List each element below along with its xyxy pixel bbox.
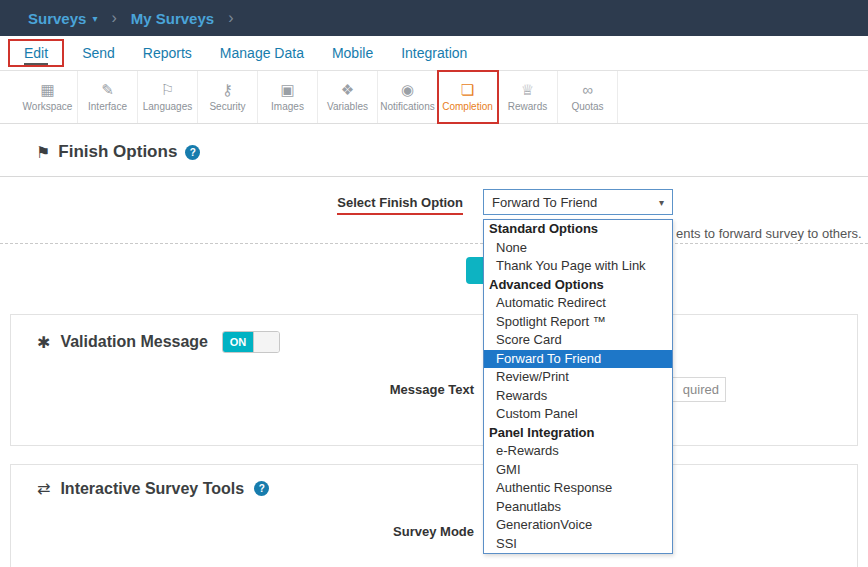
validation-message-panel: ✱ Validation Message ON Message Text qui… bbox=[10, 314, 858, 446]
toolbar-item-label: Images bbox=[271, 101, 304, 112]
completion-icon: ❏ bbox=[461, 82, 474, 98]
dropdown-item[interactable]: Spotlight Report ™ bbox=[484, 313, 672, 332]
rewards-icon: ♕ bbox=[521, 82, 534, 98]
dropdown-item[interactable]: Thank You Page with Link bbox=[484, 257, 672, 276]
toolbar-item-workspace[interactable]: ▦ Workspace bbox=[18, 71, 78, 123]
toolbar-item-interface[interactable]: ✎ Interface bbox=[78, 71, 138, 123]
dropdown-item[interactable]: Review/Print bbox=[484, 368, 672, 387]
toolbar-item-label: Rewards bbox=[508, 101, 547, 112]
dropdown-group-header: Standard Options bbox=[484, 220, 672, 239]
tab-send[interactable]: Send bbox=[68, 41, 129, 65]
asterisk-icon: ✱ bbox=[37, 333, 50, 352]
caret-down-icon: ▾ bbox=[92, 13, 97, 24]
dropdown-item[interactable]: Peanutlabs bbox=[484, 498, 672, 517]
toolbar-item-variables[interactable]: ❖ Variables bbox=[318, 71, 378, 123]
survey-mode-row: Survey Mode bbox=[11, 524, 857, 539]
variables-icon: ❖ bbox=[341, 82, 354, 98]
dropdown-item[interactable]: SSI bbox=[484, 535, 672, 554]
breadcrumb-chevron-icon: › bbox=[228, 9, 233, 27]
toolbar-item-label: Interface bbox=[88, 101, 127, 112]
dropdown-group-header: Panel Integration bbox=[484, 424, 672, 443]
toolbar-item-rewards[interactable]: ♕ Rewards bbox=[498, 71, 558, 123]
toolbar-item-quotas[interactable]: ∞ Quotas bbox=[558, 71, 618, 123]
interface-icon: ✎ bbox=[101, 82, 114, 98]
tab-manage-data[interactable]: Manage Data bbox=[206, 41, 318, 65]
main-tab-bar: Edit Send Reports Manage Data Mobile Int… bbox=[0, 36, 868, 71]
dropdown-item[interactable]: Authentic Response bbox=[484, 479, 672, 498]
dropdown-item[interactable]: None bbox=[484, 239, 672, 258]
chevron-down-icon: ▾ bbox=[659, 197, 664, 208]
tab-edit[interactable]: Edit bbox=[10, 41, 62, 65]
message-text-row: Message Text quired bbox=[11, 377, 857, 402]
toolbar-item-security[interactable]: ⚷ Security bbox=[198, 71, 258, 123]
workspace-icon: ▦ bbox=[40, 82, 54, 98]
toggle-knob bbox=[253, 332, 279, 352]
toolbar-item-label: Languages bbox=[143, 101, 193, 112]
validation-message-heading: ✱ Validation Message ON bbox=[11, 315, 857, 353]
dropdown-item[interactable]: Automatic Redirect bbox=[484, 294, 672, 313]
flag-icon: ⚑ bbox=[36, 143, 50, 162]
top-bar: Surveys ▾ › My Surveys › bbox=[0, 0, 868, 36]
images-icon: ▣ bbox=[280, 82, 294, 98]
forward-description-text: ents to forward survey to others. ? bbox=[676, 226, 868, 241]
tab-mobile[interactable]: Mobile bbox=[318, 41, 387, 65]
validation-toggle[interactable]: ON bbox=[222, 331, 280, 353]
finish-option-row: Select Finish Option Forward To Friend ▾ bbox=[0, 189, 868, 215]
swap-arrows-icon: ⇄ bbox=[37, 479, 50, 498]
help-icon[interactable]: ? bbox=[254, 481, 269, 496]
toolbar-item-label: Completion bbox=[442, 101, 493, 112]
finish-option-selected-value: Forward To Friend bbox=[492, 195, 597, 210]
breadcrumb-my-surveys[interactable]: My Surveys bbox=[131, 10, 214, 27]
breadcrumb-chevron-icon: › bbox=[111, 9, 116, 27]
dropdown-item[interactable]: GMI bbox=[484, 461, 672, 480]
survey-mode-label: Survey Mode bbox=[11, 524, 474, 539]
security-icon: ⚷ bbox=[222, 82, 233, 98]
select-finish-option-label: Select Finish Option bbox=[0, 195, 463, 210]
interactive-survey-tools-panel: ⇄ Interactive Survey Tools ? Survey Mode bbox=[10, 464, 858, 567]
notifications-icon: ◉ bbox=[401, 82, 414, 98]
toolbar-item-label: Quotas bbox=[571, 101, 603, 112]
main-content: ⚑ Finish Options ? Select Finish Option … bbox=[0, 142, 868, 567]
toolbar-item-languages[interactable]: ⚐ Languages bbox=[138, 71, 198, 123]
dashed-divider bbox=[0, 243, 868, 244]
dropdown-item[interactable]: Rewards bbox=[484, 387, 672, 406]
page-title: Finish Options bbox=[58, 142, 177, 162]
surveys-menu[interactable]: Surveys ▾ bbox=[28, 10, 97, 27]
message-text-label: Message Text bbox=[11, 382, 474, 397]
finish-options-heading: ⚑ Finish Options ? bbox=[36, 142, 868, 162]
dropdown-item[interactable]: Custom Panel bbox=[484, 405, 672, 424]
toggle-on-label: ON bbox=[223, 332, 253, 352]
interactive-survey-tools-heading: ⇄ Interactive Survey Tools ? bbox=[11, 465, 857, 498]
toolbar-item-images[interactable]: ▣ Images bbox=[258, 71, 318, 123]
tab-integration[interactable]: Integration bbox=[387, 41, 481, 65]
toolbar-item-label: Security bbox=[209, 101, 245, 112]
message-text-value: quired bbox=[683, 382, 719, 397]
dropdown-item[interactable]: e-Rewards bbox=[484, 442, 672, 461]
surveys-menu-label: Surveys bbox=[28, 10, 86, 27]
toolbar-item-label: Workspace bbox=[23, 101, 73, 112]
help-icon[interactable]: ? bbox=[185, 145, 200, 160]
quotas-icon: ∞ bbox=[582, 82, 593, 98]
finish-option-dropdown-list: Standard Options None Thank You Page wit… bbox=[483, 219, 673, 554]
toolbar-item-completion[interactable]: ❏ Completion bbox=[438, 71, 498, 123]
toolbar-item-label: Notifications bbox=[380, 101, 434, 112]
edit-toolbar: ▦ Workspace ✎ Interface ⚐ Languages ⚷ Se… bbox=[0, 71, 868, 124]
dropdown-item[interactable]: Score Card bbox=[484, 331, 672, 350]
finish-option-select[interactable]: Forward To Friend ▾ bbox=[483, 189, 673, 215]
languages-icon: ⚐ bbox=[161, 82, 174, 98]
tab-reports[interactable]: Reports bbox=[129, 41, 206, 65]
toolbar-item-label: Variables bbox=[327, 101, 368, 112]
my-surveys-label: My Surveys bbox=[131, 10, 214, 27]
validation-message-title: Validation Message bbox=[60, 333, 208, 351]
dropdown-item-selected[interactable]: Forward To Friend bbox=[484, 350, 672, 369]
toolbar-item-notifications[interactable]: ◉ Notifications bbox=[378, 71, 438, 123]
divider bbox=[0, 176, 868, 177]
interactive-survey-tools-title: Interactive Survey Tools bbox=[60, 480, 244, 498]
dropdown-item[interactable]: GenerationVoice bbox=[484, 516, 672, 535]
dropdown-group-header: Advanced Options bbox=[484, 276, 672, 295]
